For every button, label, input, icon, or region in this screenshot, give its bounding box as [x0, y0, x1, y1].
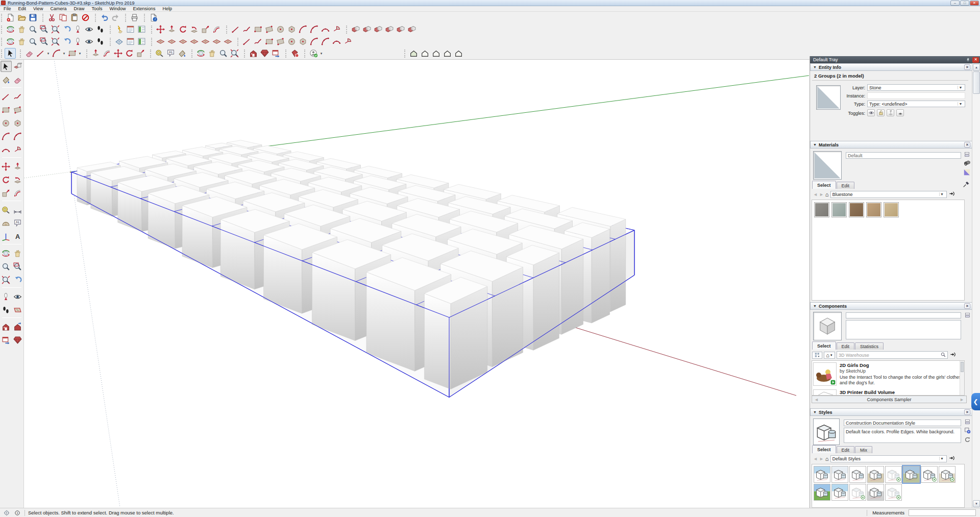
pan-button[interactable]: [16, 24, 27, 35]
back-arrow-icon[interactable]: ◄: [813, 456, 818, 461]
line-dropdown[interactable]: ▾: [46, 48, 51, 59]
report-issue-button[interactable]: !: [289, 48, 300, 59]
secondary-pane-icon[interactable]: [965, 419, 970, 426]
style-thumbnail-11[interactable]: [849, 484, 866, 501]
toolbar-grip[interactable]: [304, 50, 306, 58]
scale-button[interactable]: [200, 24, 211, 35]
toolbar-grip[interactable]: [1, 14, 3, 22]
menu-view[interactable]: View: [30, 6, 46, 11]
move-button[interactable]: [155, 24, 166, 35]
details-icon[interactable]: [948, 190, 955, 198]
type-combo[interactable]: Type: <undefined> ▼: [867, 101, 965, 107]
extension-warehouse-button[interactable]: [12, 334, 23, 346]
3d-warehouse-button[interactable]: [248, 48, 259, 59]
back-arrow-icon[interactable]: ◄: [813, 192, 818, 197]
look-around-button[interactable]: [83, 36, 94, 47]
scroll-up-button[interactable]: ▲: [973, 64, 980, 71]
component-title[interactable]: 3D Printer Build Volume: [840, 389, 963, 395]
search-icon[interactable]: [941, 352, 946, 358]
lock-toggle[interactable]: [877, 109, 885, 116]
tape-measure-button[interactable]: [1, 204, 12, 215]
account-dropdown[interactable]: ▾: [319, 48, 324, 59]
details-icon[interactable]: [949, 351, 956, 359]
previous-view-button[interactable]: [12, 274, 23, 285]
eraser-button[interactable]: [23, 48, 35, 59]
toolbar-grip[interactable]: [95, 14, 96, 22]
move-button[interactable]: [1, 161, 12, 172]
style-thumbnail-3[interactable]: [849, 466, 866, 483]
two-point-arc-button[interactable]: [320, 36, 331, 47]
styles-tab-select[interactable]: Select: [812, 445, 836, 453]
component-name-field[interactable]: [846, 312, 961, 318]
add-detail-button[interactable]: [211, 36, 222, 47]
top-view-button[interactable]: [419, 48, 430, 59]
rotated-rectangle-button[interactable]: [12, 104, 23, 115]
look-around-button[interactable]: [12, 291, 23, 302]
styles-header[interactable]: ▼ Styles ✕: [810, 408, 972, 416]
style-thumbnail-6[interactable]: [903, 466, 920, 483]
rotate-button[interactable]: [177, 24, 188, 35]
position-camera-button[interactable]: [72, 36, 83, 47]
send-to-layout-button[interactable]: [1, 334, 12, 346]
make-component-button[interactable]: [12, 61, 23, 72]
components-tab-select[interactable]: Select: [812, 341, 836, 350]
chevron-down-icon[interactable]: ▼: [939, 457, 945, 460]
toolbar-grip[interactable]: [1, 50, 3, 58]
tray-collapse-chevron[interactable]: ❮: [971, 393, 980, 410]
polygon-button[interactable]: [286, 24, 297, 35]
forward-arrow-icon[interactable]: ►: [819, 192, 824, 197]
smoove-button[interactable]: [177, 36, 188, 47]
components-search-input[interactable]: 3D Warehouse: [837, 351, 948, 359]
chevron-down-icon[interactable]: ▼: [939, 192, 945, 196]
viewport[interactable]: [24, 60, 810, 508]
layer-combo[interactable]: Stone ▼: [867, 84, 965, 91]
paint-bucket-button[interactable]: [1, 74, 12, 85]
freehand-button[interactable]: [241, 24, 252, 35]
offset-button[interactable]: [211, 24, 222, 35]
toolbar-grip[interactable]: [285, 50, 287, 58]
dimension-button[interactable]: [12, 204, 23, 215]
tape-measure-button[interactable]: [154, 48, 165, 59]
zoom-window-button[interactable]: [38, 36, 50, 47]
position-camera-button[interactable]: [72, 24, 83, 35]
style-thumbnail-5[interactable]: [885, 466, 902, 483]
components-tab-statistics[interactable]: Statistics: [855, 342, 884, 350]
flip-edge-button[interactable]: [222, 36, 233, 47]
walk-button[interactable]: [1, 304, 12, 315]
line-button[interactable]: [35, 48, 46, 59]
erase-button[interactable]: [80, 12, 91, 23]
toolbar-grip[interactable]: [404, 50, 406, 58]
walk-button[interactable]: [94, 36, 106, 47]
rotate-button[interactable]: [1, 174, 12, 185]
line-button[interactable]: [241, 36, 252, 47]
styles-collection-combo[interactable]: Default Styles ▼: [830, 455, 947, 462]
3d-text-button[interactable]: A: [12, 231, 23, 242]
arc-button[interactable]: [297, 24, 308, 35]
measurements-input[interactable]: [909, 509, 976, 516]
two-point-arc-button[interactable]: [12, 131, 23, 142]
line-button[interactable]: [230, 24, 241, 35]
receive-shadows-toggle[interactable]: [896, 109, 904, 116]
materials-tab-select[interactable]: Select: [812, 181, 836, 189]
union-button[interactable]: [372, 24, 383, 35]
toolbar-grip[interactable]: [191, 50, 193, 58]
rectangle-button[interactable]: [1, 104, 12, 115]
push-pull-button[interactable]: [166, 24, 177, 35]
component-options-button[interactable]: [125, 24, 136, 35]
pie-button[interactable]: [331, 24, 342, 35]
section-plane-button[interactable]: [12, 304, 23, 315]
close-button[interactable]: ✕: [970, 1, 979, 6]
rotated-rectangle-button[interactable]: [275, 36, 286, 47]
zoom-window-button[interactable]: [38, 24, 50, 35]
styles-tab-edit[interactable]: Edit: [837, 446, 855, 453]
forward-arrow-icon[interactable]: ►: [819, 456, 824, 461]
toolbar-grip[interactable]: [150, 50, 152, 58]
component-attributes-button[interactable]: [136, 24, 147, 35]
back-arrow-icon[interactable]: ◄: [814, 397, 819, 402]
create-material-icon[interactable]: [964, 160, 970, 167]
window-titlebar[interactable]: Running-Bond-Pattern-Cubes-3D-#3.skp - S…: [0, 0, 980, 6]
list-scroll-thumb[interactable]: [961, 362, 964, 372]
cut-button[interactable]: [46, 12, 57, 23]
materials-tab-edit[interactable]: Edit: [837, 182, 855, 189]
two-point-arc-button[interactable]: [308, 24, 320, 35]
